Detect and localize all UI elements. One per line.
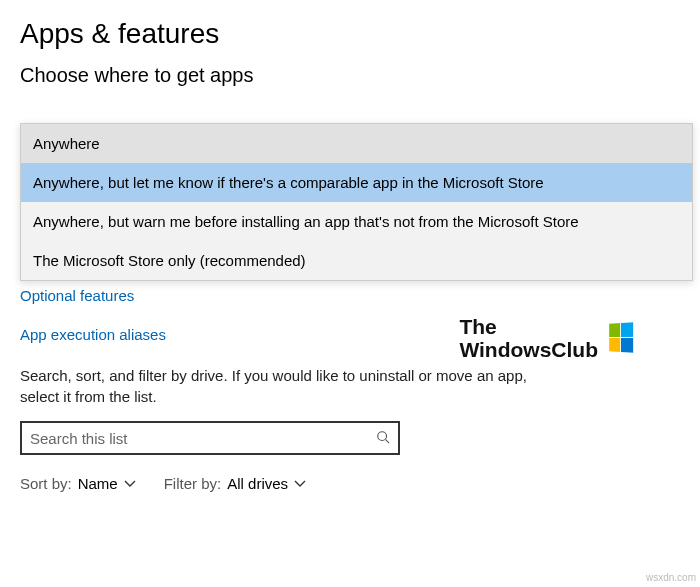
filters-row: Sort by: Name Filter by: All drives (20, 475, 680, 492)
dropdown-option-anywhere[interactable]: Anywhere (21, 124, 692, 163)
section-heading-choose: Choose where to get apps (0, 54, 700, 97)
chevron-down-icon (124, 477, 136, 491)
chevron-down-icon (294, 477, 306, 491)
svg-point-0 (378, 431, 387, 440)
filter-by-label: Filter by: (164, 475, 222, 492)
logo-text: The WindowsClub (459, 315, 598, 361)
help-text: Search, sort, and filter by drive. If yo… (20, 365, 560, 407)
sort-by-control[interactable]: Sort by: Name (20, 475, 136, 492)
page-title: Apps & features (0, 0, 700, 54)
dropdown-option-store-only[interactable]: The Microsoft Store only (recommended) (21, 241, 692, 280)
windowsclub-logo: The WindowsClub (459, 315, 636, 361)
sort-by-label: Sort by: (20, 475, 72, 492)
app-source-dropdown-popup[interactable]: Anywhere Anywhere, but let me know if th… (20, 123, 693, 281)
watermark: wsxdn.com (646, 572, 696, 583)
filter-by-value: All drives (227, 475, 288, 492)
search-input[interactable] (30, 430, 376, 447)
dropdown-option-anywhere-comparable[interactable]: Anywhere, but let me know if there's a c… (21, 163, 692, 202)
search-icon (376, 430, 390, 447)
svg-line-1 (386, 439, 390, 443)
search-box[interactable] (20, 421, 400, 455)
filter-by-control[interactable]: Filter by: All drives (164, 475, 306, 492)
sort-by-value: Name (78, 475, 118, 492)
windows-square-icon (609, 322, 634, 354)
optional-features-link[interactable]: Optional features (20, 287, 680, 304)
dropdown-option-anywhere-warn[interactable]: Anywhere, but warn me before installing … (21, 202, 692, 241)
